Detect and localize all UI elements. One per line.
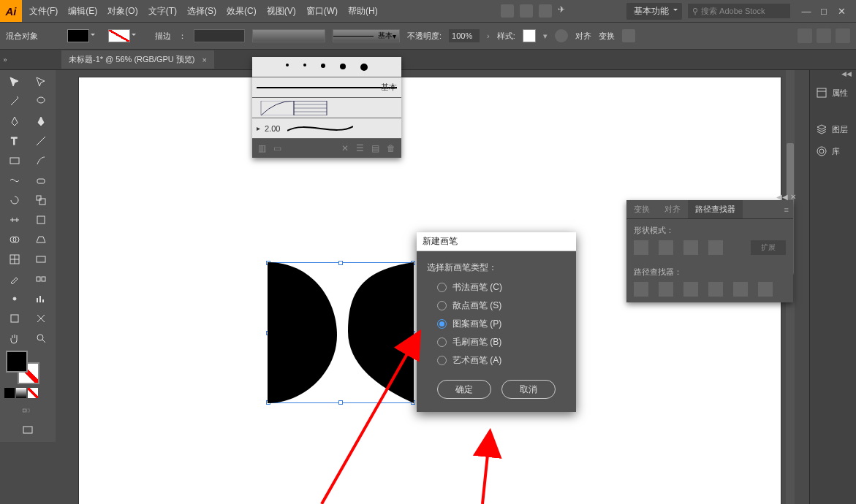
panel-menu-icon[interactable]: ≡ xyxy=(780,205,793,214)
workspace-switcher[interactable]: 基本功能 xyxy=(626,3,682,20)
gradient-tool[interactable] xyxy=(29,251,53,268)
tab-align[interactable]: 对齐 xyxy=(657,204,688,215)
brush-library-menu-icon[interactable]: ▭ xyxy=(273,143,281,153)
gradient-chip[interactable] xyxy=(16,388,26,398)
cancel-button[interactable]: 取消 xyxy=(501,380,556,399)
stock-icon[interactable] xyxy=(520,4,533,18)
scale-tool[interactable] xyxy=(29,191,53,209)
symbol-sprayer-tool[interactable] xyxy=(3,290,27,308)
brush-options-icon[interactable]: ☰ xyxy=(356,143,364,153)
rotate-tool[interactable] xyxy=(3,191,27,209)
bridge-icon[interactable] xyxy=(501,4,514,18)
remove-brush-stroke-icon[interactable]: ✕ xyxy=(341,143,349,153)
window-minimize[interactable]: — xyxy=(802,7,811,15)
crop-icon[interactable] xyxy=(708,282,723,297)
menu-object[interactable]: 对象(O) xyxy=(107,5,137,18)
window-maximize[interactable]: □ xyxy=(819,7,828,15)
unite-icon[interactable] xyxy=(634,240,648,255)
align-label[interactable]: 对齐 xyxy=(575,31,591,42)
direct-selection-tool[interactable] xyxy=(29,73,53,91)
minus-front-icon[interactable] xyxy=(659,240,673,255)
stroke-weight-field[interactable] xyxy=(194,29,245,42)
none-chip[interactable] xyxy=(28,388,38,398)
trim-icon[interactable] xyxy=(659,282,673,297)
draw-mode[interactable] xyxy=(3,402,53,419)
brush-row-pattern[interactable] xyxy=(252,98,401,118)
exclude-icon[interactable] xyxy=(708,240,723,255)
free-transform-tool[interactable] xyxy=(29,211,53,229)
perspective-tool[interactable] xyxy=(29,231,53,248)
shaper-tool[interactable] xyxy=(3,172,27,189)
ok-button[interactable]: 确定 xyxy=(437,380,491,399)
menu-edit[interactable]: 编辑(E) xyxy=(68,5,97,18)
screen-mode[interactable] xyxy=(3,421,53,439)
tab-transform[interactable]: 变换 xyxy=(626,204,657,215)
intersect-icon[interactable] xyxy=(683,240,698,255)
menu-file[interactable]: 文件(F) xyxy=(29,5,58,18)
radio-calligraphic[interactable]: 书法画笔 (C) xyxy=(437,281,566,294)
fill-swatch[interactable] xyxy=(67,29,89,42)
mesh-tool[interactable] xyxy=(3,251,27,268)
type-tool[interactable]: T xyxy=(3,132,27,150)
pen-tool[interactable] xyxy=(3,112,27,130)
isolate-icon[interactable] xyxy=(622,29,635,42)
panel-collapse-icon[interactable]: ◀◀ ✕ xyxy=(776,193,796,201)
properties-panel-tab[interactable]: 属性 xyxy=(810,82,856,104)
eyedropper-tool[interactable] xyxy=(3,270,27,288)
paintbrush-tool[interactable] xyxy=(29,152,53,169)
artboard-tool[interactable] xyxy=(3,310,27,327)
layers-panel-tab[interactable]: 图层 xyxy=(810,118,856,140)
delete-brush-icon[interactable]: 🗑 xyxy=(387,143,395,153)
document-tab[interactable]: 未标题-1* @ 56% (RGB/GPU 预览) × xyxy=(61,50,214,69)
rectangle-tool[interactable] xyxy=(3,152,27,169)
brush-libraries-icon[interactable]: ▥ xyxy=(258,143,266,153)
brush-row-basic[interactable]: 基本 xyxy=(252,77,401,98)
outline-icon[interactable] xyxy=(733,282,748,297)
new-brush-icon[interactable]: ▤ xyxy=(371,143,379,153)
blend-tool[interactable] xyxy=(29,270,53,288)
arrange-icon[interactable] xyxy=(539,4,552,18)
menu-view[interactable]: 视图(V) xyxy=(267,5,296,18)
curvature-tool[interactable] xyxy=(29,112,53,130)
brush-row-dots[interactable] xyxy=(252,57,401,77)
style-swatch[interactable] xyxy=(523,29,536,42)
expand-toolbox[interactable]: » xyxy=(0,56,10,64)
recolor-icon[interactable] xyxy=(555,29,568,42)
menu-type[interactable]: 文字(T) xyxy=(148,5,177,18)
column-graph-tool[interactable] xyxy=(29,290,53,308)
selection-tool[interactable] xyxy=(3,73,27,91)
dock-expand-icon[interactable]: ◀◀ xyxy=(810,70,856,82)
expand-button[interactable]: 扩展 xyxy=(751,240,786,255)
radio-art[interactable]: 艺术画笔 (A) xyxy=(437,354,566,367)
panel-menu-icon[interactable] xyxy=(836,28,850,43)
merge-icon[interactable] xyxy=(683,282,698,297)
fill-stroke-indicator[interactable] xyxy=(3,349,53,384)
export-icon[interactable] xyxy=(817,28,831,43)
gpu-icon[interactable]: ✈ xyxy=(558,4,571,18)
divide-icon[interactable] xyxy=(634,282,648,297)
window-close[interactable]: ✕ xyxy=(837,7,846,15)
shape-builder-tool[interactable] xyxy=(3,231,27,248)
eraser-tool[interactable] xyxy=(29,172,53,189)
fill-color-icon[interactable] xyxy=(6,351,28,373)
brush-row-stroke[interactable]: ▸ 2.00 xyxy=(252,118,401,139)
width-tool[interactable] xyxy=(3,211,27,229)
slice-tool[interactable] xyxy=(29,310,53,327)
menu-select[interactable]: 选择(S) xyxy=(187,5,216,18)
lasso-tool[interactable] xyxy=(29,93,53,110)
line-tool[interactable] xyxy=(29,132,53,150)
transform-label[interactable]: 变换 xyxy=(599,31,615,42)
radio-scatter[interactable]: 散点画笔 (S) xyxy=(437,299,566,312)
menu-help[interactable]: 帮助(H) xyxy=(348,5,378,18)
menu-window[interactable]: 窗口(W) xyxy=(306,5,338,18)
minus-back-icon[interactable] xyxy=(758,282,773,297)
stroke-profile[interactable] xyxy=(252,29,325,42)
magic-wand-tool[interactable] xyxy=(3,93,27,110)
libraries-panel-tab[interactable]: 库 xyxy=(810,140,856,162)
menu-effect[interactable]: 效果(C) xyxy=(227,5,257,18)
close-tab-icon[interactable]: × xyxy=(202,56,207,64)
radio-bristle[interactable]: 毛刷画笔 (B) xyxy=(437,336,566,348)
stroke-swatch[interactable] xyxy=(108,29,130,42)
opacity-field[interactable]: 100% xyxy=(449,29,480,42)
brush-definition-dd[interactable]: 基本 ▾ xyxy=(333,29,400,42)
